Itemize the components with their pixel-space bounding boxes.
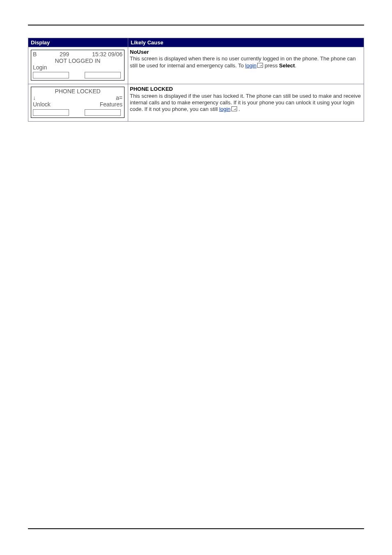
error-phone-table: Display Likely Cause B 299 15:32 09/06 N… xyxy=(28,38,364,122)
footer-rule xyxy=(28,528,364,529)
reference-icon xyxy=(257,63,263,68)
lcd-text: Login xyxy=(33,64,47,71)
header-cause: Likely Cause xyxy=(128,38,364,47)
cause-bold: Select xyxy=(279,62,295,69)
softkey-box xyxy=(85,109,121,116)
lcd-text: PHONE LOCKED xyxy=(55,88,100,94)
cause-title: PHONE LOCKED xyxy=(130,86,173,92)
cause-body: This screen is displayed if the user has… xyxy=(130,93,361,113)
login-link[interactable]: login xyxy=(219,106,231,112)
cause-body: . xyxy=(295,62,297,69)
header-display: Display xyxy=(28,38,128,47)
top-rule xyxy=(28,25,364,25)
cause-body: This screen is displayed when there is n… xyxy=(130,55,356,68)
lcd-text: ↓ xyxy=(33,94,36,101)
cause-title: NoUser xyxy=(130,49,149,55)
lcd-softkeys xyxy=(33,72,122,78)
lcd-text: Unlock xyxy=(33,101,51,108)
softkey-box xyxy=(33,72,69,78)
lcd-softkeys xyxy=(33,109,122,116)
cause-body: . xyxy=(237,106,240,112)
phone-lcd-nouser: B 299 15:32 09/06 NOT LOGGED IN Login xyxy=(31,50,125,81)
cell-display: PHONE LOCKED ↓ a= Unlock Features xyxy=(28,84,128,121)
softkey-box xyxy=(33,109,69,116)
cell-display: B 299 15:32 09/06 NOT LOGGED IN Login xyxy=(28,47,128,84)
lcd-text: 299 xyxy=(60,51,69,58)
cause-body: press xyxy=(263,62,279,69)
lcd-text: B xyxy=(33,51,37,58)
table-row: PHONE LOCKED ↓ a= Unlock Features xyxy=(28,84,364,121)
table-row: B 299 15:32 09/06 NOT LOGGED IN Login xyxy=(28,47,364,84)
lcd-text: a= xyxy=(116,94,122,101)
cell-cause: NoUser This screen is displayed when the… xyxy=(128,47,364,84)
cell-cause: PHONE LOCKED This screen is displayed if… xyxy=(128,84,364,121)
lcd-text: 15:32 09/06 xyxy=(92,51,122,58)
phone-lcd-locked: PHONE LOCKED ↓ a= Unlock Features xyxy=(31,87,125,117)
lcd-text: NOT LOGGED IN xyxy=(55,58,101,64)
reference-icon xyxy=(231,106,237,111)
login-link[interactable]: login xyxy=(245,62,256,69)
lcd-text: Features xyxy=(100,101,122,108)
softkey-box xyxy=(85,72,121,78)
